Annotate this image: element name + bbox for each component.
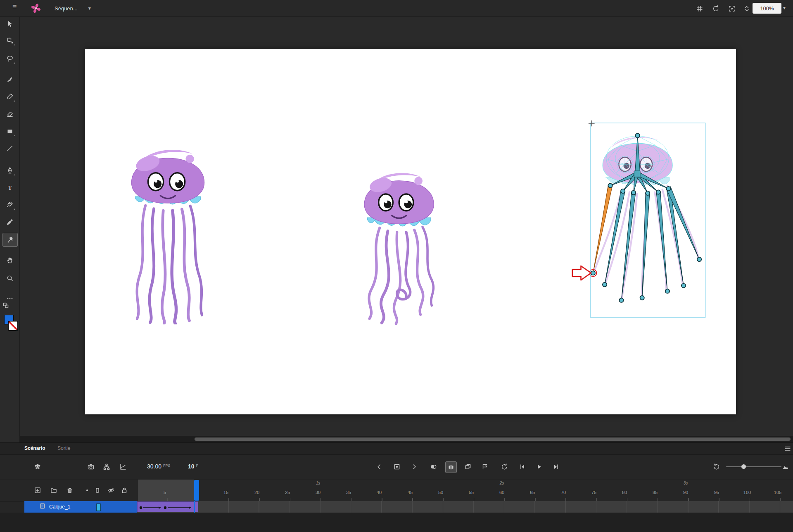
layer-outline-color-chip[interactable]: [96, 504, 101, 511]
new-folder-icon[interactable]: [50, 486, 58, 494]
layer-frames-track[interactable]: [137, 501, 793, 513]
timeline-zoom-slider[interactable]: [726, 466, 781, 467]
scrollbar-thumb[interactable]: [195, 437, 791, 441]
fluid-brush-tool[interactable]: [2, 73, 17, 86]
timeline-panel: Scénario Sortie 30.00 FPS: [0, 442, 793, 532]
layer-row-selected[interactable]: Calque_1: [24, 501, 137, 513]
step-back-icon[interactable]: [517, 461, 528, 472]
playhead-handle[interactable]: [194, 480, 199, 501]
pen-tool[interactable]: [2, 164, 17, 177]
timeline-ruler[interactable]: 1s 2s 3s 5 15 20 25 30 35 40 45 50 55 60…: [137, 480, 793, 501]
onion-skin-icon[interactable]: [428, 461, 439, 472]
flower-icon: [31, 3, 41, 14]
seconds-tick: 3s: [684, 481, 688, 485]
eraser-tool[interactable]: [2, 107, 17, 121]
ruler-tick: 65: [530, 490, 535, 495]
chevron-down-icon: ▾: [88, 5, 91, 11]
frame-view-size-icon[interactable]: [780, 461, 791, 472]
layer-page-icon: [39, 503, 46, 511]
tentacles: [137, 206, 202, 324]
play-icon[interactable]: [534, 461, 544, 472]
timeline-tabs-row: Scénario Sortie: [0, 443, 793, 455]
loop-playback-icon[interactable]: [499, 461, 510, 472]
free-transform-tool[interactable]: [2, 34, 17, 47]
frame-range-flag-icon[interactable]: [480, 461, 490, 472]
insert-keyframe-icon[interactable]: [392, 461, 402, 472]
step-forward-icon[interactable]: [551, 461, 561, 472]
ruler-tick: 70: [561, 490, 566, 495]
transform-origin-cross: [589, 121, 595, 127]
top-application-bar: ≡ Séquen... ▾ 100%: [0, 0, 793, 17]
tab-output[interactable]: Sortie: [57, 445, 70, 451]
lasso-tool[interactable]: [2, 52, 17, 65]
onion-skin-range-icon[interactable]: [445, 461, 457, 473]
eyedropper-tool[interactable]: [2, 215, 17, 229]
ruler-tick: 40: [377, 490, 382, 495]
advanced-layers-icon[interactable]: [101, 461, 112, 472]
ruler-tick-marks: [137, 498, 793, 501]
camera-icon[interactable]: [85, 461, 96, 472]
classic-brush-tool[interactable]: [2, 90, 17, 103]
ruler-tick: 25: [285, 490, 290, 495]
selection-tool[interactable]: [2, 17, 17, 31]
layer-row-calque-1[interactable]: Calque_1: [0, 501, 793, 513]
ruler-tick: 15: [223, 490, 228, 495]
text-tool[interactable]: T: [2, 181, 17, 194]
current-frame-display[interactable]: 10 F: [188, 463, 198, 470]
outline-column-icon[interactable]: [93, 486, 102, 494]
hand-tool[interactable]: [2, 254, 17, 267]
fps-unit: FPS: [163, 463, 171, 468]
slider-knob[interactable]: [741, 464, 746, 469]
lock-all-layers-icon[interactable]: [120, 486, 128, 494]
frame-rate-display[interactable]: 30.00 FPS: [147, 463, 171, 470]
panel-menu-icon[interactable]: [784, 445, 791, 454]
menu-icon[interactable]: ≡: [12, 2, 17, 11]
rectangle-tool[interactable]: [2, 125, 17, 138]
ruler-tick: 20: [254, 490, 259, 495]
jellyfish-rigged-armature[interactable]: [564, 119, 708, 326]
zoom-stepper-icon[interactable]: [741, 3, 752, 14]
stage-canvas[interactable]: [85, 49, 736, 414]
tools-panel: T: [0, 17, 20, 442]
scene-flower-icon[interactable]: [31, 3, 41, 14]
ruler-tick: 60: [499, 490, 504, 495]
clip-content-icon[interactable]: [727, 3, 737, 14]
motion-tween-span[interactable]: [137, 501, 198, 512]
line-tool[interactable]: [2, 142, 17, 155]
scene-selector[interactable]: Séquen... ▾: [55, 3, 91, 13]
ruler-tick: 50: [438, 490, 443, 495]
zoom-tool[interactable]: [2, 272, 17, 285]
zoom-chevron-icon[interactable]: ▾: [783, 5, 786, 11]
layers-panel-icon[interactable]: [32, 461, 43, 472]
next-keyframe-icon[interactable]: [409, 461, 420, 472]
graph-editor-icon[interactable]: [118, 461, 128, 472]
rotate-canvas-icon[interactable]: [710, 3, 721, 14]
ruler-tick: 95: [714, 490, 719, 495]
new-layer-icon[interactable]: [33, 486, 42, 494]
horizontal-scrollbar[interactable]: [19, 436, 793, 442]
ruler-tick: 85: [653, 490, 658, 495]
highlight-layer-icon[interactable]: [83, 486, 91, 494]
delete-layer-icon[interactable]: [66, 486, 74, 494]
stroke-color-none-swatch[interactable]: [8, 321, 18, 331]
jellyfish-artwork-left[interactable]: [119, 138, 217, 324]
stage-grid-icon[interactable]: [694, 3, 705, 14]
previous-keyframe-icon[interactable]: [374, 461, 385, 472]
keyframe-markers: [138, 502, 199, 513]
ruler-tick: 35: [346, 490, 351, 495]
paint-bucket-tool[interactable]: [2, 198, 17, 211]
default-colors-icon[interactable]: [2, 302, 9, 310]
tab-scenario[interactable]: Scénario: [24, 445, 45, 451]
zoom-level-select[interactable]: 100%: [753, 3, 781, 14]
edit-multiple-frames-icon[interactable]: [463, 461, 473, 472]
fps-value: 30.00: [147, 463, 161, 470]
ruler-tick: 105: [774, 490, 781, 495]
hide-all-layers-icon[interactable]: [107, 486, 115, 494]
cursor-arrow-icon: [572, 266, 591, 280]
jellyfish-artwork-middle[interactable]: [349, 161, 461, 329]
bone-tool-selected[interactable]: [2, 233, 18, 247]
reset-timeline-zoom-icon[interactable]: [711, 461, 722, 472]
timeline-header: 1s 2s 3s 5 15 20 25 30 35 40 45 50 55 60…: [0, 480, 793, 501]
ruler-tick: 90: [683, 490, 688, 495]
pasteboard[interactable]: [19, 17, 793, 442]
